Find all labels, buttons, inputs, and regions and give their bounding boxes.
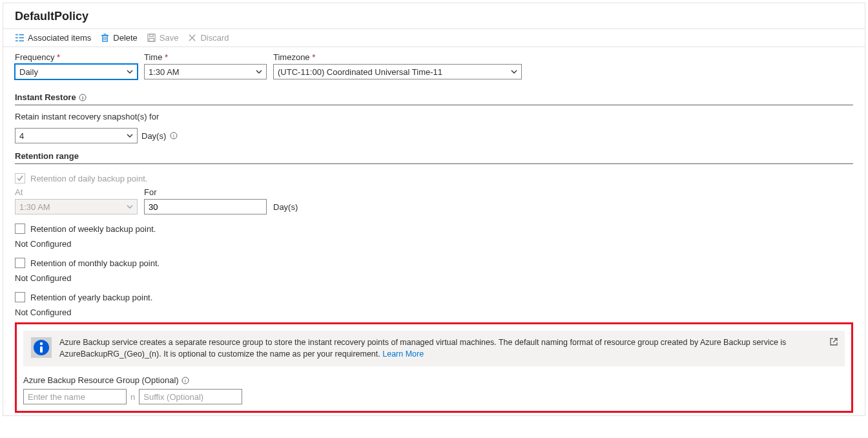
discard-button: Discard — [187, 33, 229, 43]
at-time-select: 1:30 AM — [15, 199, 138, 214]
chevron-down-icon — [126, 68, 134, 76]
learn-more-link[interactable]: Learn More — [382, 349, 424, 359]
toolbar: Associated items Delete Save Discard — [3, 29, 865, 47]
yearly-retention-label: Retention of yearly backup point. — [30, 293, 152, 302]
frequency-select[interactable]: Daily — [15, 64, 138, 79]
frequency-label: Frequency — [15, 52, 138, 62]
retention-range-heading: Retention range — [15, 143, 853, 164]
close-icon — [187, 33, 197, 43]
svg-rect-23 — [40, 346, 43, 353]
info-icon[interactable]: i — [79, 94, 87, 101]
svg-rect-13 — [149, 38, 154, 41]
daily-retention-checkbox — [15, 173, 25, 183]
monthly-retention-label: Retention of monthly backup point. — [30, 258, 160, 268]
svg-text:i: i — [185, 378, 186, 384]
svg-rect-6 — [103, 36, 108, 41]
snapshot-days-select[interactable]: 4 — [15, 128, 138, 143]
associated-items-button[interactable]: Associated items — [15, 33, 91, 43]
info-icon[interactable]: i — [181, 377, 189, 384]
monthly-retention-checkbox[interactable] — [15, 258, 25, 268]
timezone-label: Timezone — [273, 52, 522, 62]
time-label: Time — [144, 52, 267, 62]
trash-icon — [100, 33, 110, 43]
for-days-input[interactable] — [144, 199, 267, 214]
weekly-retention-label: Retention of weekly backup point. — [30, 224, 156, 234]
yearly-not-configured: Not Configured — [15, 308, 853, 317]
rg-suffix-input[interactable] — [139, 389, 242, 404]
chevron-down-icon — [255, 68, 263, 76]
rg-separator: n — [130, 392, 135, 402]
weekly-not-configured: Not Configured — [15, 239, 853, 249]
svg-text:i: i — [82, 95, 83, 101]
timezone-select[interactable]: (UTC-11:00) Coordinated Universal Time-1… — [273, 64, 522, 79]
daily-retention-label: Retention of daily backup point. — [30, 174, 147, 183]
external-link-icon[interactable] — [829, 337, 838, 346]
delete-button[interactable]: Delete — [100, 33, 138, 43]
retain-snapshot-label: Retain instant recovery snapshot(s) for — [15, 112, 159, 121]
save-icon — [147, 33, 156, 43]
list-icon — [15, 33, 25, 43]
for-label: For — [144, 187, 267, 197]
monthly-not-configured: Not Configured — [15, 273, 853, 283]
info-badge-icon — [31, 337, 52, 358]
chevron-down-icon — [126, 203, 134, 211]
svg-rect-12 — [150, 34, 154, 37]
save-button: Save — [147, 33, 179, 43]
page-title: DefaultPolicy — [15, 10, 853, 23]
rg-name-input[interactable] — [23, 389, 127, 404]
chevron-down-icon — [126, 132, 134, 140]
resource-group-section: Azure Backup service creates a separate … — [15, 322, 853, 413]
weekly-retention-checkbox[interactable] — [15, 224, 25, 234]
page-header: DefaultPolicy — [3, 3, 865, 29]
svg-point-22 — [40, 342, 43, 345]
chevron-down-icon — [510, 68, 518, 76]
check-icon — [16, 174, 24, 182]
info-message: Azure Backup service creates a separate … — [23, 331, 845, 366]
time-select[interactable]: 1:30 AM — [144, 64, 267, 79]
svg-text:i: i — [173, 133, 174, 139]
resource-group-label: Azure Backup Resource Group (Optional) — [23, 375, 179, 385]
instant-restore-heading: Instant Restore i — [15, 85, 853, 105]
yearly-retention-checkbox[interactable] — [15, 292, 25, 302]
at-label: At — [15, 187, 138, 197]
info-icon[interactable]: i — [170, 132, 178, 140]
